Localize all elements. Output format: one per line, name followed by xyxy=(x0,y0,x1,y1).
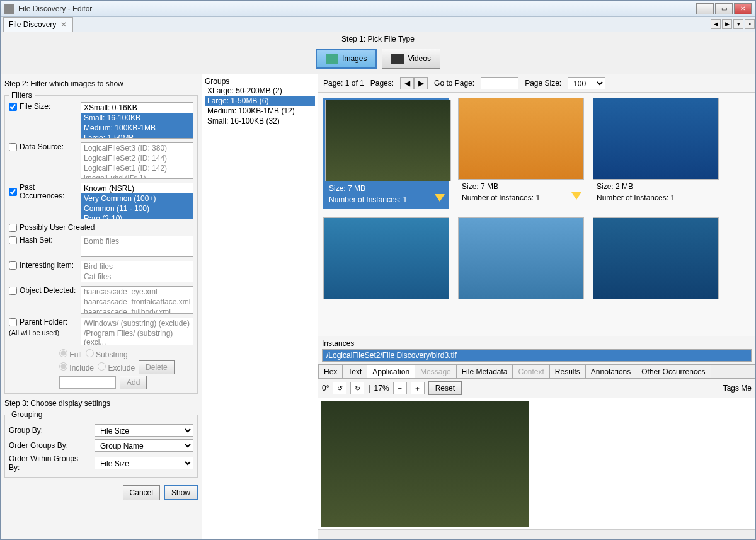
group-item[interactable]: Large: 1-50MB (6) xyxy=(205,96,315,106)
parent-folder-input[interactable] xyxy=(59,376,116,389)
cancel-button[interactable]: Cancel xyxy=(123,485,160,500)
reset-button[interactable]: Reset xyxy=(428,381,462,395)
groups-title: Groups xyxy=(205,77,315,86)
viewer-tab-results[interactable]: Results xyxy=(549,365,586,378)
viewer-tab-file-metadata[interactable]: File Metadata xyxy=(456,365,513,378)
exclude-radio[interactable] xyxy=(98,362,106,371)
thumbnail-card[interactable] xyxy=(323,217,449,299)
add-button[interactable]: Add xyxy=(120,376,147,389)
group-item[interactable]: XLarge: 50-200MB (2) xyxy=(205,86,315,96)
group-by-select[interactable]: File Size xyxy=(94,424,193,437)
videos-button[interactable]: Videos xyxy=(382,49,440,69)
tab-bar: File Discovery ✕ ◀ ▶ ▾ ▪ xyxy=(1,17,755,32)
thumbnail-image xyxy=(458,98,584,180)
horizontal-scrollbar[interactable] xyxy=(318,529,755,539)
file-size-checkbox[interactable] xyxy=(9,103,17,111)
include-radio[interactable] xyxy=(59,362,67,371)
close-button[interactable]: ✕ xyxy=(734,3,752,14)
filters-legend: Filters xyxy=(9,91,35,100)
full-radio[interactable] xyxy=(59,349,67,357)
zoom-in-button[interactable]: ＋ xyxy=(411,382,425,394)
past-occurrences-checkbox[interactable] xyxy=(9,188,17,196)
page-size-select[interactable]: 100 xyxy=(568,77,605,89)
thumbnail-image xyxy=(458,217,584,299)
groups-panel: Groups XLarge: 50-200MB (2) Large: 1-50M… xyxy=(202,74,318,539)
thumbnail-card[interactable]: Size: 7 MBNumber of Instances: 1 xyxy=(323,98,449,209)
instances-list[interactable]: /LogicalFileSet2/File Discovery/bird3.ti… xyxy=(322,349,752,362)
file-size-list[interactable]: XSmall: 0-16KB Small: 16-100KB Medium: 1… xyxy=(81,102,193,139)
page-next-button[interactable]: ▶ xyxy=(414,77,428,89)
order-groups-select[interactable]: Group Name xyxy=(94,439,193,452)
videos-icon xyxy=(391,54,404,64)
page-prev-button[interactable]: ◀ xyxy=(400,77,414,89)
data-source-list[interactable]: LogicalFileSet3 (ID: 380) LogicalFileSet… xyxy=(81,142,193,179)
thumbnail-meta: Size: 7 MBNumber of Instances: 1 xyxy=(325,181,447,207)
app-icon xyxy=(4,4,14,14)
past-occurrences-list[interactable]: Known (NSRL) Very Common (100+) Common (… xyxy=(81,183,193,219)
thumbnail-meta: Size: 7 MBNumber of Instances: 1 xyxy=(458,180,584,205)
data-source-checkbox[interactable] xyxy=(9,143,17,151)
thumbnail-card[interactable]: Size: 2 MBNumber of Instances: 1 xyxy=(593,98,719,209)
page-of-label: Page: 1 of 1 xyxy=(323,79,364,88)
thumbnail-image xyxy=(593,98,719,180)
object-detected-list[interactable]: haarcascade_eye.xml haarcascade_frontalc… xyxy=(81,286,193,314)
thumbnail-card[interactable]: Size: 7 MBNumber of Instances: 1 xyxy=(458,98,584,209)
viewer-body[interactable] xyxy=(318,398,755,529)
hash-set-checkbox[interactable] xyxy=(9,236,17,244)
zoom-out-button[interactable]: − xyxy=(393,382,407,394)
group-item[interactable]: Medium: 100KB-1MB (12) xyxy=(205,106,315,116)
tab-file-discovery[interactable]: File Discovery ✕ xyxy=(3,17,73,32)
object-detected-checkbox[interactable] xyxy=(9,287,17,295)
parent-folder-list[interactable]: /Windows/ (substring) (exclude) /Program… xyxy=(81,318,193,345)
tab-close-icon[interactable]: ✕ xyxy=(60,21,67,28)
thumbnail-grid[interactable]: Size: 7 MBNumber of Instances: 1Size: 7 … xyxy=(318,93,755,336)
viewer-tab-context: Context xyxy=(512,365,549,378)
tab-label: File Discovery xyxy=(9,20,56,29)
thumbnail-meta: Size: 2 MBNumber of Instances: 1 xyxy=(593,180,719,205)
tab-menu-icon[interactable]: ▪ xyxy=(745,19,755,29)
go-to-page-input[interactable] xyxy=(481,77,518,89)
viewer-tab-application[interactable]: Application xyxy=(367,365,415,378)
viewer-tab-hex[interactable]: Hex xyxy=(318,365,343,378)
thumbnail-card[interactable] xyxy=(593,217,719,299)
tags-label: Tags Me xyxy=(723,384,752,393)
viewer-tab-annotations[interactable]: Annotations xyxy=(585,365,636,378)
tab-dropdown-icon[interactable]: ▾ xyxy=(733,19,743,29)
tab-next-icon[interactable]: ▶ xyxy=(722,19,732,29)
images-button[interactable]: Images xyxy=(316,49,377,69)
parent-folder-checkbox[interactable] xyxy=(9,318,17,326)
thumbnail-image xyxy=(325,100,451,181)
step1-label: Step 1: Pick File Type xyxy=(1,32,755,46)
maximize-button[interactable]: ▭ xyxy=(715,3,733,14)
zoom-label: 17% xyxy=(374,384,389,393)
viewer-toolbar: 0° ↺ ↻ | 17% − ＋ Reset Tags Me xyxy=(318,379,755,398)
pager: Page: 1 of 1 Pages: ◀ ▶ Go to Page: Page… xyxy=(318,74,755,93)
rotate-ccw-button[interactable]: ↺ xyxy=(333,382,346,394)
preview-image xyxy=(321,401,529,527)
results-panel: Page: 1 of 1 Pages: ◀ ▶ Go to Page: Page… xyxy=(318,74,755,539)
order-within-select[interactable]: File Size xyxy=(94,457,193,469)
grouping-legend: Grouping xyxy=(9,410,45,419)
substring-radio[interactable] xyxy=(86,349,94,357)
thumbnail-image xyxy=(593,217,719,299)
delete-button[interactable]: Delete xyxy=(139,360,175,374)
viewer-tab-other-occurrences[interactable]: Other Occurrences xyxy=(636,365,711,378)
instance-item[interactable]: /LogicalFileSet2/File Discovery/bird3.ti… xyxy=(323,350,751,361)
rotate-cw-button[interactable]: ↻ xyxy=(350,382,364,394)
show-button[interactable]: Show xyxy=(164,485,198,500)
thumbnail-card[interactable] xyxy=(458,217,584,299)
viewer-tab-message: Message xyxy=(415,365,457,378)
groups-list[interactable]: XLarge: 50-200MB (2) Large: 1-50MB (6) M… xyxy=(205,86,315,126)
filters-panel: Step 2: Filter which images to show Filt… xyxy=(1,74,202,539)
titlebar: File Discovery - Editor — ▭ ✕ xyxy=(1,1,755,17)
step2-title: Step 2: Filter which images to show xyxy=(4,79,198,88)
hash-set-list[interactable]: Bomb files xyxy=(81,236,193,257)
interesting-item-list[interactable]: Bird files Cat files xyxy=(81,261,193,282)
viewer-tab-text[interactable]: Text xyxy=(342,365,367,378)
interesting-item-checkbox[interactable] xyxy=(9,261,17,270)
minimize-button[interactable]: — xyxy=(696,3,714,14)
tab-prev-icon[interactable]: ◀ xyxy=(711,19,721,29)
viewer-panel: HexTextApplicationMessageFile MetadataCo… xyxy=(318,364,755,539)
possibly-user-created-checkbox[interactable] xyxy=(9,224,17,232)
group-item[interactable]: Small: 16-100KB (32) xyxy=(205,116,315,126)
